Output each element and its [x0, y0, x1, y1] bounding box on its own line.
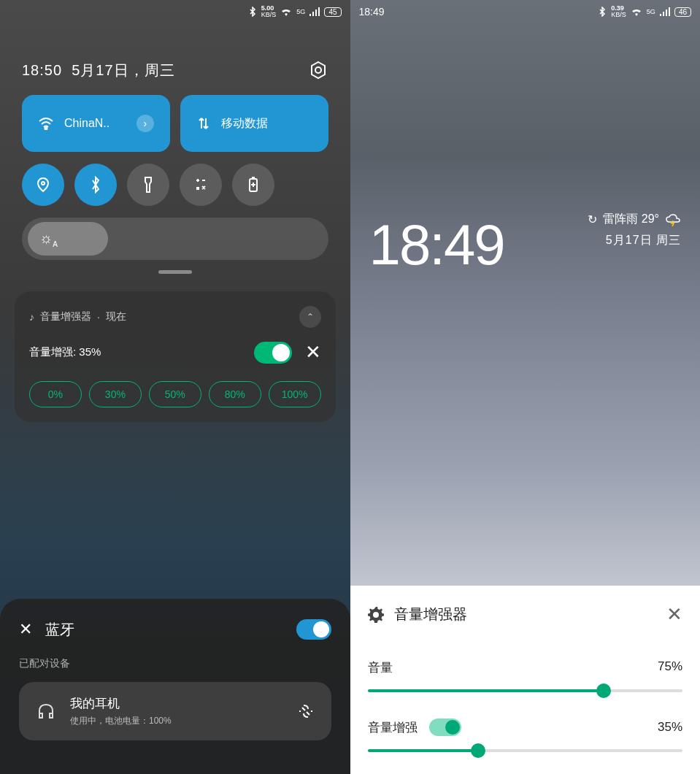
svg-rect-12: [669, 7, 670, 16]
device-status: 使用中，电池电量：100%: [70, 715, 172, 727]
lockscreen-area: 18:49 ↻ 雷阵雨 29° 5月17日 周三: [350, 212, 701, 278]
volume-slider-thumb[interactable]: [596, 683, 611, 698]
status-bar-right: 18:49 0.39KB/S 5G 46: [350, 0, 701, 23]
signal-bars-icon: [309, 7, 320, 16]
status-speed: 5.00KB/S: [261, 5, 277, 18]
svg-rect-11: [666, 9, 667, 16]
status-bar-left: 5.00KB/S 5G 45: [0, 0, 350, 23]
svg-rect-9: [660, 14, 661, 16]
battery-indicator: 46: [674, 7, 691, 17]
svg-rect-1: [312, 12, 314, 16]
data-arrows-icon: [196, 116, 211, 131]
boost-toggle[interactable]: [254, 342, 292, 364]
boost-slider[interactable]: [368, 749, 683, 752]
close-icon[interactable]: ✕: [305, 341, 321, 364]
wifi-icon: [280, 7, 292, 16]
svg-rect-10: [663, 12, 664, 16]
music-note-icon: ♪: [29, 311, 34, 323]
bluetooth-toggle[interactable]: [74, 164, 117, 206]
preset-chip-row: 0% 30% 50% 80% 100%: [29, 381, 321, 407]
notif-separator: ·: [97, 311, 100, 323]
statusbar-time: 18:49: [359, 6, 385, 18]
preset-chip-30[interactable]: 30%: [89, 381, 142, 407]
svg-rect-3: [318, 7, 320, 16]
svg-point-5: [315, 67, 321, 73]
svg-rect-0: [309, 14, 311, 16]
boost-percent: 35%: [658, 720, 682, 735]
close-icon[interactable]: ✕: [19, 620, 32, 639]
weather-text: 雷阵雨 29°: [603, 212, 659, 227]
paired-devices-label: 已配对设备: [19, 657, 331, 670]
sheet-title: 音量增强器: [394, 605, 467, 624]
disconnect-icon[interactable]: [296, 702, 315, 721]
settings-icon[interactable]: [308, 60, 328, 80]
volume-slider-fill: [368, 689, 604, 692]
wifi-tile[interactable]: ChinaN.. ›: [22, 95, 170, 152]
bluetooth-device-row[interactable]: 我的耳机 使用中，电池电量：100%: [19, 682, 331, 740]
lockscreen-time: 18:49: [369, 212, 504, 278]
close-icon[interactable]: ✕: [666, 603, 682, 626]
volume-percent: 75%: [658, 659, 682, 676]
location-toggle[interactable]: [22, 164, 64, 206]
boost-slider-fill: [368, 749, 478, 752]
drag-handle[interactable]: [158, 270, 192, 274]
battery-indicator: 45: [324, 7, 341, 17]
device-name: 我的耳机: [70, 695, 172, 712]
battery-saver-toggle[interactable]: [232, 164, 274, 206]
mobile-data-tile[interactable]: 移动数据: [180, 95, 328, 152]
mobile-data-label: 移动数据: [221, 116, 268, 131]
lockscreen-weather[interactable]: ↻ 雷阵雨 29° 5月17日 周三: [588, 212, 681, 278]
preset-chip-80[interactable]: 80%: [209, 381, 261, 407]
volume-slider[interactable]: [368, 689, 683, 692]
bluetooth-title: 蓝牙: [45, 620, 74, 640]
volume-label: 音量: [368, 659, 393, 676]
brightness-slider[interactable]: ☼A: [22, 218, 328, 260]
svg-marker-4: [312, 62, 325, 78]
notif-app-name: 音量增强器: [40, 310, 91, 323]
lockscreen-date: 5月17日 周三: [588, 233, 681, 248]
boost-enable-toggle[interactable]: [429, 719, 461, 736]
header-time: 18:50: [22, 62, 62, 78]
svg-rect-2: [315, 9, 317, 16]
header-date: 5月17日，周三: [72, 62, 174, 78]
preset-chip-100[interactable]: 100%: [269, 381, 321, 407]
phone-left: 5.00KB/S 5G 45 18:50 5月17日，周三 ChinaN.. ›: [0, 0, 350, 774]
boost-status-label: 音量增强: 35%: [29, 345, 101, 359]
refresh-icon: ↻: [588, 212, 597, 226]
wifi-icon: [38, 117, 54, 130]
wifi-icon: [631, 7, 642, 16]
status-speed: 0.39KB/S: [611, 5, 626, 18]
quick-settings-header: 18:50 5月17日，周三: [0, 23, 350, 95]
preset-chip-50[interactable]: 50%: [149, 381, 201, 407]
chevron-right-icon[interactable]: ›: [136, 115, 154, 132]
brightness-auto-icon: ☼A: [39, 230, 58, 248]
notif-when: 现在: [106, 310, 126, 323]
volume-booster-sheet: 音量增强器 ✕ 音量 75% 音量增强 35%: [350, 586, 701, 774]
quick-settings-tiles: ChinaN.. › 移动数据: [0, 95, 350, 274]
boost-slider-row: 音量增强 35%: [368, 719, 683, 752]
bluetooth-icon: [248, 7, 257, 17]
signal-5g: 5G: [647, 8, 655, 15]
signal-5g: 5G: [296, 8, 305, 15]
svg-point-7: [42, 182, 45, 185]
calculator-toggle[interactable]: [180, 164, 222, 206]
phone-right: 18:49 0.39KB/S 5G 46 18:49 ↻ 雷阵雨 29°: [350, 0, 701, 774]
notification-card[interactable]: ♪ 音量增强器 · 现在 ⌃ 音量增强: 35% ✕ 0% 30% 50% 80…: [15, 291, 336, 422]
bluetooth-master-toggle[interactable]: [296, 619, 331, 640]
wifi-tile-label: ChinaN..: [64, 117, 109, 130]
gear-icon[interactable]: [368, 607, 384, 623]
bluetooth-icon: [598, 7, 607, 17]
flashlight-toggle[interactable]: [127, 164, 169, 206]
preset-chip-0[interactable]: 0%: [29, 381, 82, 407]
bluetooth-panel: ✕ 蓝牙 已配对设备 我的耳机 使用中，电池电量：100%: [0, 599, 350, 774]
thunder-cloud-icon: [665, 213, 681, 226]
brightness-knob[interactable]: ☼A: [28, 222, 108, 256]
svg-point-6: [45, 128, 47, 130]
volume-slider-row: 音量 75%: [368, 659, 683, 692]
headphones-icon: [35, 700, 57, 722]
signal-bars-icon: [660, 7, 670, 16]
collapse-icon[interactable]: ⌃: [299, 306, 321, 328]
boost-label: 音量增强: [368, 719, 418, 736]
boost-slider-thumb[interactable]: [471, 743, 485, 758]
